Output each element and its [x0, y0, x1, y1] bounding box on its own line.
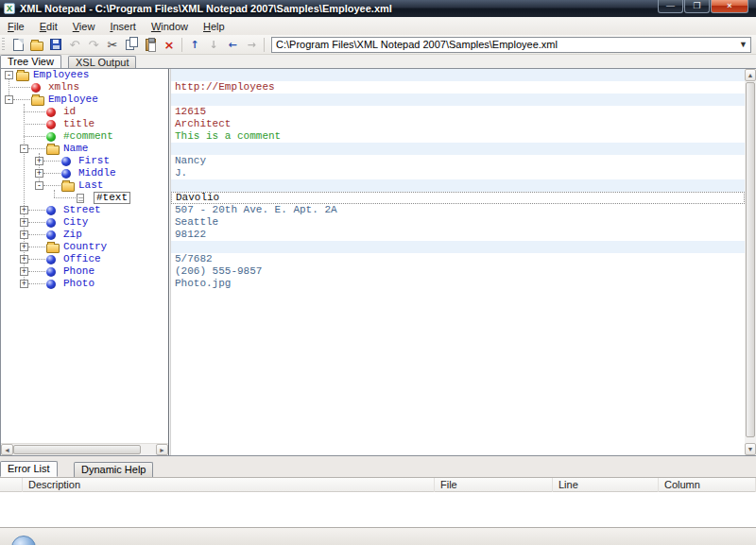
column-header-file[interactable]: File	[435, 478, 553, 492]
save-file-icon[interactable]	[46, 36, 65, 53]
combobox-dropdown-icon[interactable]: ▼	[739, 40, 747, 49]
tree-node-label[interactable]: City	[63, 216, 88, 229]
folder-icon[interactable]	[46, 144, 60, 155]
expand-icon[interactable]: +	[20, 218, 28, 227]
text-node-icon[interactable]	[77, 193, 84, 203]
redo-icon[interactable]: ↷	[84, 36, 103, 53]
address-combobox[interactable]: C:\Program Files\XML Notepad 2007\Sample…	[271, 37, 751, 53]
tree-node-label[interactable]: Office	[63, 253, 101, 265]
element-icon[interactable]	[46, 279, 56, 289]
attribute-icon[interactable]	[46, 119, 56, 129]
tree-horizontal-scrollbar[interactable]: ◄ ►	[1, 443, 168, 455]
tree-node-label[interactable]: xmlns	[48, 81, 79, 94]
tab-error-list[interactable]: Error List	[0, 461, 58, 477]
value-cell[interactable]	[171, 94, 745, 106]
tree-node-label[interactable]: Country	[63, 241, 107, 253]
toolbar-grip[interactable]	[2, 38, 5, 51]
menu-insert[interactable]: Insert	[102, 19, 144, 34]
tree-node-label[interactable]: title	[63, 118, 94, 130]
element-icon[interactable]	[46, 230, 56, 240]
expand-icon[interactable]: +	[20, 206, 28, 214]
column-header-description[interactable]: Description	[23, 478, 435, 492]
minimize-button[interactable]: —	[658, 0, 683, 13]
menu-window[interactable]: Window	[144, 19, 196, 34]
value-cell[interactable]: J.	[171, 167, 745, 179]
close-button[interactable]: ×	[711, 0, 748, 13]
comment-icon[interactable]	[46, 131, 56, 142]
value-cell[interactable]: This is a comment	[171, 130, 745, 143]
nudge-right-icon[interactable]: →	[242, 36, 261, 53]
element-icon[interactable]	[46, 266, 56, 277]
scroll-left-icon[interactable]: ◄	[1, 444, 13, 455]
value-cell[interactable]: (206) 555-9857	[171, 265, 745, 278]
tab-tree-view[interactable]: Tree View	[0, 55, 61, 68]
restore-button[interactable]: ❐	[684, 0, 710, 13]
value-cell[interactable]: 5/7682	[171, 253, 745, 265]
horizontal-scroll-thumb[interactable]	[13, 445, 141, 454]
tree-node-label[interactable]: Last	[78, 179, 103, 192]
element-icon[interactable]	[46, 205, 56, 215]
menu-edit[interactable]: Edit	[32, 19, 65, 34]
tree-node-label[interactable]: Zip	[63, 229, 82, 241]
folder-icon[interactable]	[61, 180, 75, 192]
column-header-column[interactable]: Column	[659, 478, 756, 492]
tab-xsl-output[interactable]: XSL Output	[68, 56, 136, 68]
nudge-up-icon[interactable]: ↑	[185, 36, 204, 53]
tree-node-label[interactable]: id	[63, 106, 76, 118]
collapse-icon[interactable]: -	[20, 145, 28, 153]
value-cell[interactable]	[171, 69, 745, 81]
value-cell[interactable]: Architect	[171, 118, 745, 130]
attribute-icon[interactable]	[46, 107, 56, 117]
value-cell[interactable]: http://Employees	[171, 81, 745, 94]
menu-view[interactable]: View	[65, 19, 103, 34]
collapse-icon[interactable]: -	[35, 181, 43, 190]
delete-icon[interactable]: ×	[160, 36, 179, 53]
scroll-up-icon[interactable]: ▲	[745, 69, 756, 81]
tree-node-label[interactable]: Street	[63, 204, 101, 216]
tree-node-label[interactable]: First	[78, 155, 110, 167]
folder-icon[interactable]	[46, 242, 60, 253]
expand-icon[interactable]: +	[20, 280, 28, 288]
tab-dynamic-help[interactable]: Dynamic Help	[74, 462, 153, 477]
vertical-scroll-thumb[interactable]	[746, 82, 755, 437]
tree-node-label[interactable]: Employees	[33, 69, 89, 81]
value-cell[interactable]: Photo.jpg	[171, 278, 745, 290]
expand-icon[interactable]: +	[35, 157, 43, 165]
tree-node-label[interactable]: Phone	[63, 265, 94, 278]
tree-node-label[interactable]: #text	[94, 192, 130, 204]
folder-icon[interactable]	[31, 94, 44, 106]
open-file-icon[interactable]	[27, 36, 46, 53]
cut-icon[interactable]: ✂	[103, 36, 122, 53]
element-icon[interactable]	[46, 254, 56, 264]
tree-node-label[interactable]: Name	[63, 143, 88, 155]
element-icon[interactable]	[61, 168, 71, 179]
value-cell[interactable]: Seattle	[171, 216, 745, 229]
tree-node-label[interactable]: #comment	[63, 130, 113, 143]
nudge-down-icon[interactable]: ↓	[204, 36, 223, 53]
nudge-left-icon[interactable]: ←	[223, 36, 242, 53]
tree-node-label[interactable]: Photo	[63, 278, 94, 290]
expand-icon[interactable]: +	[20, 243, 28, 251]
attribute-icon[interactable]	[31, 82, 41, 93]
value-cell[interactable]: 507 - 20th Ave. E. Apt. 2A	[171, 204, 745, 216]
menu-help[interactable]: Help	[196, 19, 232, 34]
expand-icon[interactable]: +	[20, 267, 28, 276]
value-cell-selected[interactable]: Davolio	[171, 192, 745, 204]
tree-node-label[interactable]: Middle	[78, 167, 116, 179]
undo-icon[interactable]: ↶	[65, 36, 84, 53]
value-cell[interactable]	[171, 241, 745, 253]
paste-icon[interactable]	[141, 36, 160, 53]
copy-icon[interactable]	[122, 36, 141, 53]
expand-icon[interactable]: +	[20, 230, 28, 239]
folder-icon[interactable]	[16, 70, 29, 81]
value-cell[interactable]: Nancy	[171, 155, 745, 167]
new-file-icon[interactable]	[9, 36, 27, 53]
value-vertical-scrollbar[interactable]: ▲ ▼	[745, 69, 756, 455]
column-header-line[interactable]: Line	[553, 478, 659, 492]
value-cell[interactable]	[171, 143, 745, 155]
scroll-down-icon[interactable]: ▼	[745, 443, 756, 455]
value-cell[interactable]: 12615	[171, 106, 745, 118]
element-icon[interactable]	[46, 217, 56, 228]
element-icon[interactable]	[61, 156, 71, 166]
value-cell[interactable]: 98122	[171, 229, 745, 241]
